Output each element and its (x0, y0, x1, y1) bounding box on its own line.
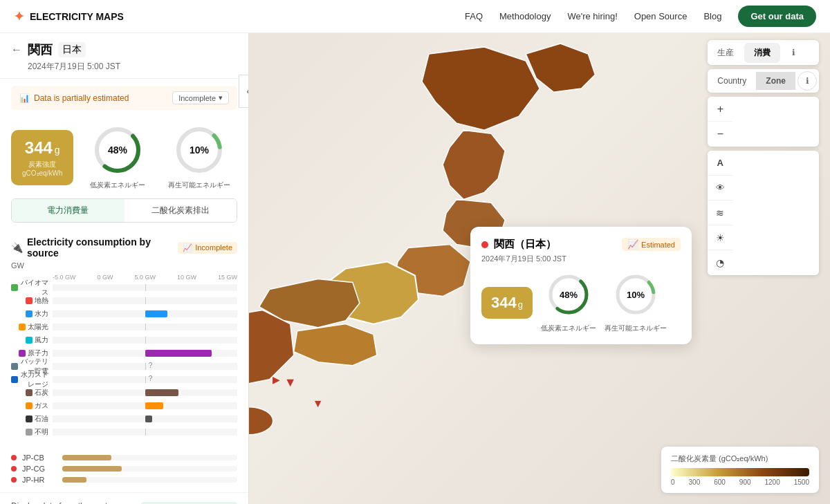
country-button[interactable]: Country (708, 72, 756, 90)
geothermal-icon (26, 297, 33, 304)
import-row-jpcg: JP-CG (11, 465, 237, 473)
legend-label-3: 900 (739, 478, 751, 486)
panel-header: ← 関西 日本 2024年7月19日 5:00 JST (0, 33, 248, 79)
zone-button[interactable]: Zone (756, 72, 795, 90)
bar-container-hydro (53, 310, 237, 317)
bar-center-line-unknown (145, 429, 146, 436)
import-row-jphr: JP-HR (11, 476, 237, 484)
svg-text:10%: 10% (627, 290, 645, 300)
bar-label-gas: ガス (11, 401, 48, 411)
section-incomplete-tag: 📈 Incomplete (178, 242, 237, 254)
toggle-info-button[interactable]: ℹ (784, 43, 803, 62)
legend-label-5: 1500 (794, 478, 809, 486)
legend: 二酸化炭素量 (gCO₂eq/kWh) 0 300 600 900 1200 1… (661, 447, 819, 493)
sun-button[interactable]: ☀ (708, 225, 732, 250)
bar-row-gas: ガス (11, 400, 237, 411)
plug-icon: 🔌 (11, 242, 23, 253)
import-dot-jpcg (11, 466, 17, 472)
nav-hiring[interactable]: We're hiring! (567, 11, 617, 21)
bar-fill-gas (145, 402, 164, 409)
popup-lowcarbon-metric: 48% 低炭素エネルギー (541, 272, 596, 333)
panel-back-title: ← 関西 日本 (11, 41, 237, 58)
bar-row-oil: 石油 (11, 413, 237, 424)
legend-title: 二酸化炭素量 (gCO₂eq/kWh) (671, 454, 809, 464)
unknown-icon (26, 429, 33, 436)
nuclear-icon (19, 350, 26, 357)
bar-container-gas (53, 402, 237, 409)
popup-region: 関西（日本） (481, 238, 556, 251)
bar-center-line-hs (145, 376, 146, 383)
region-date: 2024年7月19日 5:00 JST (28, 61, 237, 73)
import-bar-jpcg (62, 466, 122, 472)
nav-faq[interactable]: FAQ (465, 11, 483, 21)
layers-button[interactable]: ≋ (708, 200, 732, 225)
bar-fill-oil (145, 416, 153, 422)
bar-label-oil: 石油 (11, 414, 48, 424)
import-dot-jphr (11, 477, 17, 483)
nav-methodology[interactable]: Methodology (499, 11, 551, 21)
nav-blog[interactable]: Blog (703, 11, 721, 21)
bar-center-line-solar (145, 324, 146, 330)
tab-co2[interactable]: 二酸化炭素排出 (124, 199, 237, 222)
topnav: ✦ ELECTRICITY MAPS FAQ Methodology We're… (0, 0, 830, 33)
get-data-button[interactable]: Get our data (738, 6, 816, 27)
legend-labels: 0 300 600 900 1200 1500 (671, 478, 809, 486)
nav-opensource[interactable]: Open Source (634, 11, 688, 21)
bar-center-line-wind (145, 337, 146, 344)
import-bar-container-jpcb (62, 455, 237, 460)
panel-tabs: 電力消費量 二酸化炭素排出 (11, 198, 237, 223)
lowcarbon-label: 低炭素エネルギー (79, 180, 155, 190)
display-date-badge: 2024年7月19日 5:00 JST (141, 502, 237, 505)
import-label-jpcb: JP-CB (22, 454, 57, 462)
zone-info-button[interactable]: ℹ (797, 71, 817, 91)
popup-renewable-circle: 10% (614, 272, 658, 317)
zoom-out-button[interactable]: − (708, 122, 732, 147)
prod-cons-toggle: 生産 消費 ℹ (708, 40, 819, 65)
bar-label-unknown: 不明 (11, 427, 48, 437)
lowcarbon-circle: 48% (93, 125, 142, 175)
import-label-jphr: JP-HR (22, 476, 57, 484)
panel-collapse-button[interactable]: ‹ (239, 75, 249, 108)
chevron-down-icon: ▾ (219, 93, 223, 102)
popup-card: 関西（日本） 📈 Estimated 2024年7月19日 5:00 JST 3… (470, 227, 692, 344)
logo-icon: ✦ (14, 9, 24, 24)
incomplete-banner: 📊 Data is partially estimated Incomplete… (11, 86, 237, 110)
popup-metrics: 344 g 48% 低炭素エネルギー (481, 272, 681, 333)
display-data-header: Display data from the past 2024年7月19日 5:… (11, 501, 237, 504)
bar-label-solar: 太陽光 (11, 322, 48, 332)
bar-row-wind: 風力 (11, 335, 237, 346)
bar-row-coal: 石炭 (11, 387, 237, 398)
consumption-toggle[interactable]: 消費 (744, 43, 780, 63)
eye-button[interactable]: 👁 (708, 176, 732, 200)
back-button[interactable]: ← (11, 44, 22, 56)
tab-power[interactable]: 電力消費量 (12, 199, 124, 222)
chart-icon: 📈 (183, 243, 192, 252)
co2-metric: 344 g 炭素強度 gCO₂eq/kWh (11, 130, 73, 185)
bar-fill-coal (145, 389, 178, 396)
legend-label-1: 300 (689, 478, 701, 486)
incomplete-text: Data is partially estimated (34, 93, 129, 103)
translate-button[interactable]: A (708, 151, 732, 176)
time-button[interactable]: ◔ (708, 250, 732, 275)
bar-center-line (145, 284, 146, 291)
bar-container-coal (53, 389, 237, 396)
renewable-label: 再生可能エネルギー (161, 180, 237, 190)
legend-label-4: 1200 (765, 478, 780, 486)
gas-icon (26, 402, 33, 409)
incomplete-badge[interactable]: Incomplete ▾ (172, 91, 229, 104)
zoom-in-button[interactable]: + (708, 97, 732, 122)
bar-row-hydro: 水力 (11, 308, 237, 319)
incomplete-icon: 📊 (19, 93, 30, 103)
import-dot-jpcb (11, 455, 17, 460)
bar-row-biomass: バイオマス (11, 282, 237, 293)
bar-label-coal: 石炭 (11, 388, 48, 398)
production-toggle[interactable]: 生産 (708, 43, 744, 63)
nav-links: FAQ Methodology We're hiring! Open Sourc… (465, 6, 816, 27)
co2-label2: gCO₂eq/kWh (22, 169, 62, 177)
bar-row-hydro-storage: 水力ストレージ ? (11, 374, 237, 385)
popup-dot (481, 241, 488, 248)
bar-label-hydro-storage: 水力ストレージ (11, 370, 48, 389)
right-controls: 生産 消費 ℹ Country Zone ℹ + − A 👁 ≋ ☀ ◔ (708, 40, 819, 275)
svg-text:▶: ▶ (273, 374, 280, 385)
section-header: 🔌 Electricity consumption by source 📈 In… (0, 231, 248, 261)
